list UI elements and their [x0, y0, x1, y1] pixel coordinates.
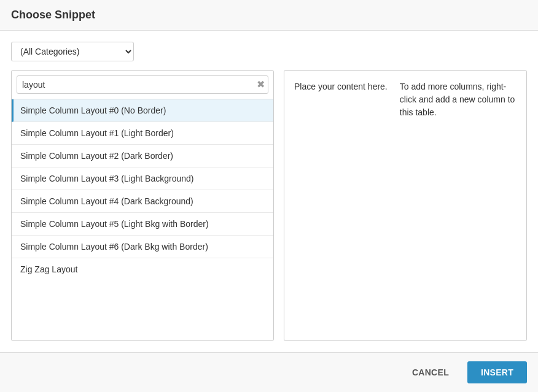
choose-snippet-dialog: Choose Snippet (All Categories) Layout C…: [0, 0, 538, 392]
snippet-item[interactable]: Simple Column Layout #6 (Dark Bkg with B…: [12, 236, 273, 258]
snippet-list-panel: ✖ Simple Column Layout #0 (No Border) Si…: [11, 70, 274, 341]
snippet-item[interactable]: Simple Column Layout #4 (Dark Background…: [12, 190, 273, 213]
category-select[interactable]: (All Categories) Layout Content Media: [11, 42, 134, 61]
snippet-item[interactable]: Simple Column Layout #2 (Dark Border): [12, 145, 273, 167]
dialog-header: Choose Snippet: [0, 0, 538, 31]
search-clear-button[interactable]: ✖: [257, 80, 265, 90]
preview-content: Place your content here. To add more col…: [284, 71, 526, 129]
snippet-item[interactable]: Simple Column Layout #0 (No Border): [12, 99, 273, 122]
dialog-body: (All Categories) Layout Content Media ✖ …: [0, 31, 538, 352]
search-input[interactable]: [17, 75, 268, 94]
snippet-items: Simple Column Layout #0 (No Border) Simp…: [12, 99, 273, 340]
dialog-title: Choose Snippet: [11, 9, 527, 21]
preview-cell-2: To add more columns, right-click and add…: [400, 80, 517, 119]
category-row: (All Categories) Layout Content Media: [11, 42, 527, 61]
preview-panel: Place your content here. To add more col…: [284, 70, 527, 341]
cancel-button[interactable]: CANCEL: [400, 361, 461, 383]
snippet-item[interactable]: Simple Column Layout #5 (Light Bkg with …: [12, 213, 273, 236]
snippet-item[interactable]: Simple Column Layout #3 (Light Backgroun…: [12, 167, 273, 190]
search-box-wrapper: ✖: [12, 71, 273, 99]
dialog-footer: CANCEL INSERT: [0, 352, 538, 392]
snippet-item[interactable]: Simple Column Layout #1 (Light Border): [12, 122, 273, 145]
content-row: ✖ Simple Column Layout #0 (No Border) Si…: [11, 70, 527, 341]
snippet-item[interactable]: Zig Zag Layout: [12, 258, 273, 280]
insert-button[interactable]: INSERT: [467, 361, 527, 383]
preview-cell-1: Place your content here.: [294, 80, 388, 119]
